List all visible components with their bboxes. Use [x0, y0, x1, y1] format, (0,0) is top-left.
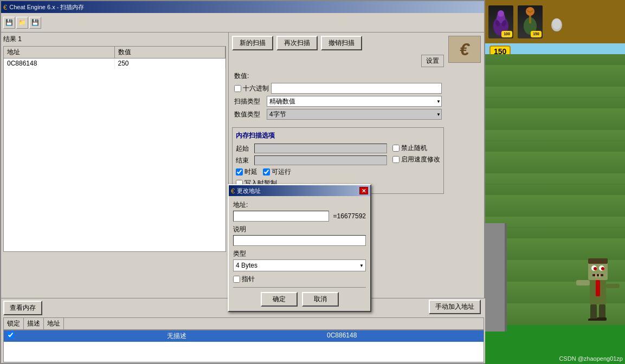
- value-type-label: 数值类型: [234, 110, 267, 119]
- manual-add-button[interactable]: 手动加入地址: [429, 300, 481, 314]
- plant-2-sun-cost: 150: [531, 31, 542, 37]
- svg-rect-27: [596, 280, 600, 296]
- toolbar-btn-3[interactable]: 💾: [29, 17, 41, 29]
- locked-table-header: 锁定 描述 地址: [3, 317, 484, 330]
- svg-rect-33: [597, 317, 607, 321]
- hex-label-text: 十六进制: [243, 84, 269, 93]
- speed-modify-checkbox[interactable]: [392, 156, 400, 163]
- run-checkbox-label: 可运行: [263, 167, 291, 177]
- shovel-slot[interactable]: [546, 8, 568, 35]
- svg-rect-24: [592, 274, 603, 276]
- dialog-title-text: 更改地址: [237, 187, 261, 195]
- scan-buttons-row: 新的扫描 再次扫描 撤销扫描: [232, 36, 444, 50]
- left-panel: 结果 1 地址 数值 0C886148 250: [1, 32, 229, 282]
- dialog-close-button[interactable]: ✕: [359, 187, 368, 194]
- settings-button[interactable]: 设置: [421, 55, 444, 67]
- address-input[interactable]: 0C886148-c8: [233, 211, 329, 222]
- number-row: 数值:: [234, 72, 442, 81]
- re-scan-button[interactable]: 再次扫描: [276, 36, 318, 50]
- toolbar-btn-2[interactable]: 📁: [16, 17, 28, 29]
- mem-start-row: 起始 00000000: [236, 144, 387, 153]
- table-header: 地址 数值: [4, 47, 225, 58]
- scan-type-row: 扫描类型 精确数值 ▼: [234, 96, 442, 107]
- app-title-bar: € Cheat Engine 6.x - 扫描内存: [1, 1, 484, 13]
- time-checkbox[interactable]: [236, 168, 243, 176]
- locked-header-desc: 描述: [24, 318, 44, 329]
- form-area: 数值: 十六进制 250 扫描类型: [232, 69, 444, 124]
- time-label: 时延: [244, 167, 257, 177]
- locked-checkbox[interactable]: [7, 332, 14, 339]
- header-value: 数值: [115, 47, 226, 58]
- dialog-cancel-button[interactable]: 取消: [302, 292, 339, 307]
- svg-rect-26: [599, 274, 601, 277]
- plant-slot-1[interactable]: 100: [487, 4, 514, 40]
- address-offset-text: =16677592: [333, 212, 366, 220]
- desc-field-area: 无描述: [233, 235, 366, 246]
- address-row: 0C886148-c8 =16677592: [233, 211, 366, 222]
- type-select[interactable]: 4 Bytes: [233, 259, 366, 271]
- stop-scan-button[interactable]: 撤销扫描: [321, 36, 362, 50]
- game-ui-bar: 100 150: [485, 0, 625, 43]
- pointer-row: 指针: [233, 275, 366, 284]
- dialog-divider: [233, 287, 366, 288]
- app-title-icon: €: [3, 3, 7, 11]
- game-background: 100 150 150: [485, 0, 625, 364]
- mem-end-label: 结束: [236, 156, 252, 165]
- toolbar-btn-1[interactable]: 💾: [3, 17, 15, 29]
- number-input[interactable]: 250: [271, 83, 442, 94]
- desc-input[interactable]: 无描述: [233, 235, 366, 246]
- view-memory-button[interactable]: 查看内存: [3, 301, 42, 315]
- locked-cell-desc: 无描述: [164, 330, 324, 342]
- desc-section-label: 说明: [233, 225, 366, 234]
- dialog-title-icon: €: [231, 187, 235, 195]
- new-scan-button[interactable]: 新的扫描: [232, 36, 273, 50]
- mem-start-input[interactable]: 00000000: [254, 144, 387, 153]
- mem-scan-content: 起始 00000000 结束 7EEEEEEE: [236, 144, 440, 190]
- svg-rect-32: [588, 318, 598, 321]
- speed-modify-text: 启用速度修改: [401, 155, 440, 164]
- svg-rect-29: [606, 284, 620, 288]
- csdn-watermark: CSDN @zhaopeng01zp: [559, 355, 623, 362]
- mem-scan-right: 禁止随机 启用速度修改: [392, 144, 440, 190]
- pointer-checkbox[interactable]: [233, 276, 240, 283]
- locked-table-row[interactable]: 无描述 0C886148: [4, 330, 484, 342]
- app-title-text: Cheat Engine 6.x - 扫描内存: [9, 3, 84, 11]
- hex-row: 十六进制 250: [234, 83, 442, 94]
- hex-checkbox-label: 十六进制: [234, 84, 269, 93]
- results-table: 地址 数值 0C886148 250: [3, 46, 226, 252]
- header-address: 地址: [4, 47, 115, 58]
- svg-rect-28: [576, 280, 590, 285]
- locked-table: 无描述 0C886148: [3, 330, 484, 362]
- no-random-checkbox[interactable]: [392, 145, 400, 152]
- dialog-ok-button[interactable]: 确定: [261, 292, 298, 307]
- mem-start-label: 起始: [236, 144, 252, 153]
- dialog-buttons: 确定 取消: [233, 292, 366, 307]
- number-label: 数值:: [234, 72, 267, 81]
- mem-end-input[interactable]: 7EEEEEEE: [254, 155, 387, 165]
- locked-header-lock: 锁定: [4, 318, 24, 329]
- scan-area-top: 新的扫描 再次扫描 撤销扫描 设置 数值:: [232, 36, 481, 209]
- cell-value: 250: [115, 58, 226, 68]
- plant-1-sun-cost: 100: [501, 31, 512, 37]
- hex-checkbox[interactable]: [234, 85, 241, 92]
- close-icon: ✕: [362, 188, 366, 194]
- svg-point-23: [601, 267, 604, 270]
- svg-rect-30: [590, 304, 597, 321]
- table-row[interactable]: 0C886148 250: [4, 58, 225, 68]
- value-type-select[interactable]: 4字节: [267, 109, 442, 120]
- dialog-title-area: € 更改地址: [231, 187, 261, 195]
- pointer-checkbox-label: 指针: [233, 275, 255, 284]
- type-section-label: 类型: [233, 249, 366, 258]
- logo-area: €: [448, 36, 481, 63]
- cell-address: 0C886148: [4, 58, 115, 68]
- svg-rect-25: [595, 274, 597, 277]
- run-checkbox[interactable]: [263, 168, 270, 176]
- dialog-content: 地址: 0C886148-c8 =16677592 说明 无描述 类型 4 By…: [229, 196, 370, 311]
- svg-rect-19: [588, 258, 608, 264]
- mem-scan-left: 起始 00000000 结束 7EEEEEEE: [236, 144, 387, 190]
- value-type-row: 数值类型 4字节 ▼: [234, 109, 442, 120]
- plant-slot-2[interactable]: 150: [517, 4, 544, 40]
- scan-type-select[interactable]: 精确数值: [267, 96, 442, 107]
- scan-type-select-wrapper: 精确数值 ▼: [267, 96, 442, 107]
- svg-rect-18: [588, 261, 608, 280]
